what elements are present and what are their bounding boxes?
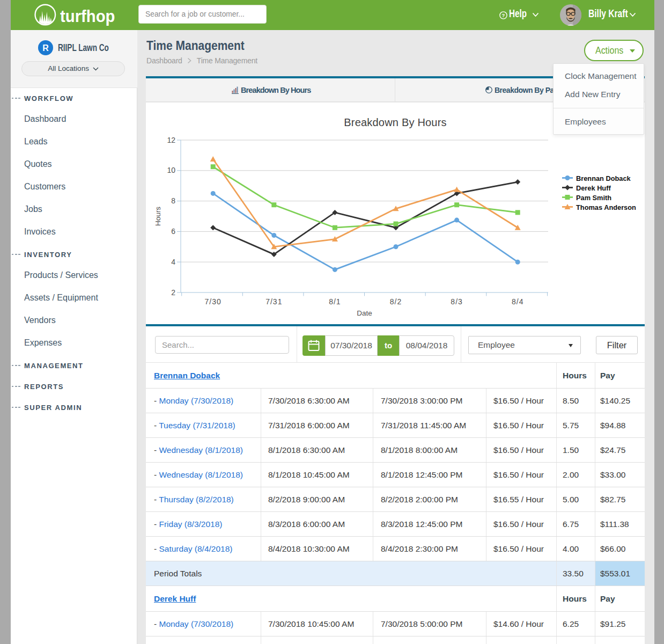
svg-text:10: 10: [167, 166, 175, 174]
svg-text:6: 6: [171, 227, 175, 236]
svg-text:?: ?: [502, 12, 505, 18]
svg-text:4: 4: [171, 258, 175, 266]
svg-text:2: 2: [171, 288, 175, 297]
svg-text:Hours: Hours: [154, 207, 162, 226]
svg-text:Pam Smith: Pam Smith: [576, 194, 611, 202]
svg-text:12: 12: [167, 136, 175, 144]
svg-text:7/31: 7/31: [265, 297, 282, 306]
svg-text:R: R: [42, 43, 49, 53]
svg-text:8/2: 8/2: [390, 297, 402, 306]
svg-text:8/1: 8/1: [329, 297, 341, 306]
svg-text:Derek Huff: Derek Huff: [576, 184, 611, 192]
svg-text:Brennan Doback: Brennan Doback: [576, 174, 631, 182]
svg-text:8/3: 8/3: [451, 297, 462, 306]
svg-text:Date: Date: [357, 309, 372, 317]
svg-text:7/30: 7/30: [205, 297, 222, 306]
svg-text:8: 8: [171, 196, 175, 205]
svg-text:Breakdown By Hours: Breakdown By Hours: [344, 116, 446, 128]
svg-text:Thomas Anderson: Thomas Anderson: [576, 203, 636, 211]
svg-text:8/4: 8/4: [512, 297, 523, 306]
